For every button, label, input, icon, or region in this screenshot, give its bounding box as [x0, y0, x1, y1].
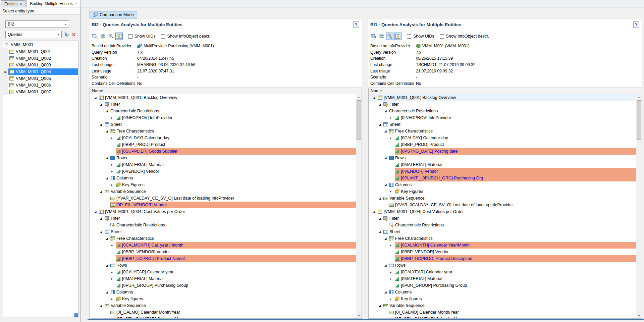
list-item[interactable]: VMM_M001_Q003 [3, 62, 78, 68]
tree-row[interactable]: ◢Filter [369, 215, 636, 222]
vertical-scrollbar[interactable]: ▲ ▼ [356, 94, 362, 318]
tree-row-content[interactable]: [0PUR_GROUP] Purchasing Group [395, 282, 636, 289]
tree-row-content[interactable]: Filter [383, 101, 636, 108]
collapse-icon[interactable]: ◢ [105, 109, 110, 113]
expand-icon[interactable]: ▸ [389, 277, 395, 280]
collapse-icon[interactable]: ◢ [384, 264, 389, 267]
scroll-up-button[interactable]: ▲ [636, 94, 642, 100]
tree-row[interactable]: [0BBP_PROD] Product [90, 141, 356, 148]
tree-row-content[interactable]: [VMM_M001_Q004] Cost Values per Order [99, 208, 356, 215]
tree-row[interactable]: ▸[0CALYEAR] Calendar year [369, 269, 636, 275]
tree-row-content[interactable]: [0PUR_GROUP] Purchasing Group [116, 282, 356, 289]
tree-row[interactable]: ◢Sheet [369, 121, 636, 128]
tree-row-content[interactable]: [0MATERIAL] Material [395, 161, 636, 168]
list-item[interactable]: VMM_M001_Q002 [3, 55, 78, 62]
tree-row[interactable]: ▸[0CALMONTH] Calendar Year/Month [369, 242, 636, 249]
collapse-icon[interactable]: ◢ [378, 230, 383, 233]
collapse-icon[interactable]: ◢ [384, 109, 389, 113]
tree-row-content[interactable]: x=[YVAR_0CALDAY_CE_SV_O] Last date of lo… [389, 202, 636, 208]
tree-row[interactable]: ◢Free Characteristics [90, 235, 356, 242]
tree-row[interactable]: ◢Rows [90, 262, 356, 269]
tree-row-content[interactable]: Sheet [105, 121, 356, 128]
grid-select-button[interactable] [115, 33, 123, 40]
tree-row-content[interactable]: [0PLANT__0PURCH_ORG] Purchasing Org. [395, 175, 636, 181]
tree-row[interactable]: Characteristic Restrictions [369, 222, 636, 228]
tree-row[interactable]: ◢Variable Sequence [90, 188, 356, 195]
tree-row-content[interactable]: [VMM_M001_Q004] Cost Values per Order [378, 208, 636, 215]
tree-row[interactable]: [0PUR_GROUP] Purchasing Group [369, 282, 636, 289]
tree-row[interactable]: ◢[VMM_M001_Q004] Cost Values per Order [369, 208, 636, 215]
tree-row[interactable]: ▸[0CALDAY] Calendar day [369, 135, 636, 141]
tree-row-content[interactable]: [0VENDOR] Vendor [116, 168, 356, 175]
tree-row[interactable]: ◢Columns [369, 289, 636, 296]
tree-row[interactable]: ◢Sheet [90, 228, 356, 235]
tree-row[interactable]: ◢Variable Sequence [90, 302, 356, 309]
expand-icon[interactable]: ▸ [111, 170, 116, 173]
tree-row-content[interactable]: [0CALYEAR] Calendar year [116, 269, 356, 275]
tree-row[interactable]: ▸[0MATERIAL] Material [369, 275, 636, 282]
tree-row-content[interactable]: Characteristic Restrictions [110, 108, 356, 114]
zoom-plus-button[interactable] [107, 33, 115, 40]
tree-row-content[interactable]: [0CALYEAR] Calendar year [395, 269, 636, 275]
tree-row[interactable]: [0PLANT__0PURCH_ORG] Purchasing Org. [369, 175, 636, 181]
tab-entities[interactable]: Entities × [1, 0, 25, 7]
tree-row-content[interactable]: Filter [105, 215, 356, 222]
comparison-mode-button[interactable]: Comparison Mode [90, 11, 137, 18]
tree-row[interactable]: ◢Filter [90, 215, 356, 222]
tree-row-content[interactable]: Columns [389, 181, 636, 188]
collapse-icon[interactable]: ◢ [105, 237, 110, 240]
tree-row[interactable]: ▸[0CALMONTH] Cal. year / month [90, 242, 356, 249]
tree-row-content[interactable]: Free Characteristics [389, 128, 636, 135]
tree-row[interactable]: [0SUPPLIER] Goods Supplier [90, 148, 356, 155]
tree-row[interactable]: x=[0I_CALMO] Calendar Month/Year [369, 309, 636, 316]
list-item[interactable]: VMM_M001_Q005 [3, 75, 78, 82]
chevron-down-icon[interactable]: ▼ [63, 23, 69, 25]
tree-row-content[interactable]: [0BBP_UCPROD] Product Description [395, 255, 636, 262]
tree-row-content[interactable]: Free Characteristics [389, 235, 636, 242]
tree-row-content[interactable]: x=[0I_CALMO] Calendar Month/Year [389, 309, 636, 316]
tree-row-content[interactable]: Variable Sequence [105, 302, 356, 309]
apply-filter-button[interactable] [63, 31, 70, 38]
tree-row[interactable]: ◢Sheet [90, 121, 356, 128]
tree-row-content[interactable]: Variable Sequence [383, 195, 636, 202]
collapse-icon[interactable]: ◢ [105, 129, 110, 133]
tree-row[interactable]: ▸[0MATERIAL] Material [90, 161, 356, 168]
collapse-icon[interactable]: ◢ [99, 217, 105, 220]
tree-row[interactable]: ▸Key Figures [369, 188, 636, 195]
list-item[interactable]: VMM_M001_Q001 [3, 48, 78, 55]
collapse-icon[interactable]: ◢ [372, 210, 378, 213]
tree-row[interactable]: ◢[VMM_M001_Q004] Cost Values per Order [90, 208, 356, 215]
tree-row-content[interactable]: [VMM_M001_Q001] Backlog Overview [99, 94, 356, 101]
collapse-icon[interactable]: ◢ [99, 123, 105, 126]
compare-arrows-button[interactable] [99, 33, 107, 40]
tree-row[interactable]: x=[YVAR_0CALDAY_CE_SV_O] Last date of lo… [90, 195, 356, 202]
tab-buildup-multiple-entities[interactable]: Buildup Multiple Entities × [26, 0, 80, 7]
tree-row-content[interactable]: Key Figures [395, 188, 636, 195]
tree-row-content[interactable]: Sheet [105, 228, 356, 235]
expand-icon[interactable]: ▸ [389, 270, 395, 274]
scroll-down-button[interactable]: ▼ [636, 313, 642, 318]
collapse-icon[interactable]: ◢ [94, 210, 99, 213]
list-item[interactable]: VMM_M001_Q006 [3, 82, 78, 89]
tree-row-content[interactable]: [0INFOPROV] InfoProvider [395, 114, 636, 121]
tree-row-content[interactable]: x=[YVAR_0CALDAY_CE_SV_O] Last date of lo… [110, 195, 356, 202]
collapse-icon[interactable]: ◢ [94, 96, 99, 99]
tree-row-content[interactable]: [0BBP_PROD] Product [395, 141, 636, 148]
collapse-icon[interactable]: ◢ [99, 230, 105, 233]
show-infoobject-descr-checkbox[interactable]: Show InfoObject descr. [161, 34, 211, 39]
tree-row[interactable]: ◢Sheet [369, 228, 636, 235]
tree-row-content[interactable]: [0BBP_VENDOR] Vendor [395, 249, 636, 255]
tree-row-content[interactable]: Filter [383, 215, 636, 222]
vertical-scrollbar[interactable]: ▲ ▼ [636, 94, 642, 318]
expand-icon[interactable]: ▸ [111, 183, 116, 186]
table-search-button[interactable] [91, 33, 99, 40]
tree-row[interactable]: [0BBP_VENDOR] Vendor [369, 249, 636, 255]
tree-row-content[interactable]: [0INFOPROV] InfoProvider [116, 114, 356, 121]
tree-row-content[interactable]: [0BBP_UCPROD] Product Name1 [116, 255, 356, 262]
tree-row[interactable]: [0BBP_PROD] Product [369, 141, 636, 148]
scroll-down-button[interactable]: ▼ [356, 313, 362, 318]
tree-row[interactable]: ◢Free Characteristics [369, 128, 636, 135]
collapse-icon[interactable]: ◢ [378, 217, 383, 220]
checkbox-icon[interactable] [128, 34, 132, 39]
tree-row-content[interactable]: Key Figures [116, 181, 356, 188]
